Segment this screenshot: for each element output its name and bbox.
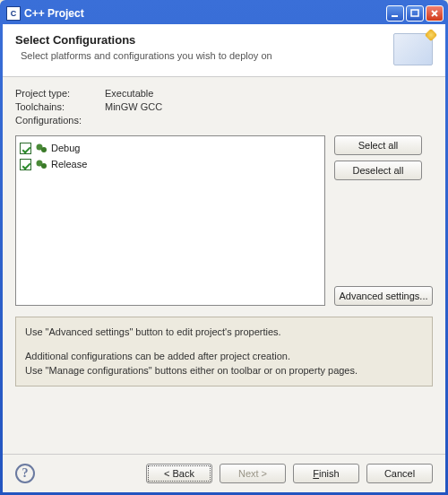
configurations-label: Configurations: <box>15 115 105 126</box>
gears-icon <box>35 142 47 154</box>
app-icon: C <box>6 6 21 21</box>
minimize-button[interactable] <box>386 5 404 22</box>
page-subtitle: Select platforms and configurations you … <box>15 50 393 61</box>
finish-button[interactable]: Finish <box>293 464 359 483</box>
maximize-button[interactable] <box>406 5 424 22</box>
select-all-button[interactable]: Select all <box>334 135 422 155</box>
hint-text: Use "Manage configurations" buttons eith… <box>25 363 423 378</box>
toolchains-value: MinGW GCC <box>105 101 162 112</box>
wizard-banner-icon <box>393 33 433 65</box>
config-label: Debug <box>51 143 80 153</box>
window-title: C++ Project <box>24 7 386 20</box>
svg-rect-0 <box>392 15 398 17</box>
dialog-window: C C++ Project Select Configurations Sele… <box>0 0 448 495</box>
next-button: Next > <box>220 464 286 483</box>
deselect-all-button[interactable]: Deselect all <box>334 161 422 180</box>
config-item-release[interactable]: Release <box>20 156 321 172</box>
cancel-button[interactable]: Cancel <box>366 464 433 483</box>
help-icon[interactable]: ? <box>15 464 35 483</box>
advanced-settings-button[interactable]: Advanced settings... <box>334 286 433 306</box>
checkbox-debug[interactable] <box>20 143 31 154</box>
hint-text: Use "Advanced settings" button to edit p… <box>25 325 423 340</box>
gears-icon <box>35 158 47 170</box>
svg-point-7 <box>41 163 47 169</box>
titlebar[interactable]: C C++ Project <box>3 3 445 24</box>
back-button[interactable]: < Back <box>146 464 212 483</box>
wizard-header: Select Configurations Select platforms a… <box>3 24 445 77</box>
svg-point-5 <box>41 147 47 152</box>
close-button[interactable] <box>426 5 444 22</box>
checkbox-release[interactable] <box>20 159 31 170</box>
configurations-list[interactable]: Debug Release <box>15 135 325 306</box>
hint-text: Additional configurations can be added a… <box>25 349 423 364</box>
svg-rect-1 <box>411 10 418 16</box>
hint-panel: Use "Advanced settings" button to edit p… <box>15 317 433 386</box>
wizard-footer: ? < Back Next > Finish Cancel <box>3 454 445 492</box>
project-type-value: Executable <box>105 88 153 99</box>
project-type-label: Project type: <box>15 88 105 99</box>
config-item-debug[interactable]: Debug <box>20 140 321 156</box>
toolchains-label: Toolchains: <box>15 101 105 112</box>
page-title: Select Configurations <box>15 33 393 47</box>
config-label: Release <box>51 159 87 169</box>
